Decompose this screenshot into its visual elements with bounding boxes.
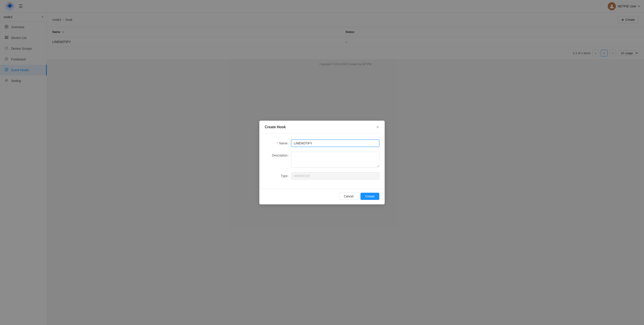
modal-title: Create Hook [265,125,286,129]
modal-create-button[interactable]: Create [360,193,379,200]
form-row-name: * Name : [265,140,379,147]
type-label: Type : [265,172,289,178]
description-label: Description : [265,152,289,157]
description-input[interactable] [291,152,379,168]
create-hook-modal: Create Hook ✕ * Name : Description : [259,121,385,204]
modal-body: * Name : Description : Type : WEBHOOK [259,134,385,189]
cancel-button[interactable]: Cancel [339,193,358,200]
form-row-description: Description : [265,152,379,168]
modal-header: Create Hook ✕ [259,121,385,134]
modal-overlay[interactable]: Create Hook ✕ * Name : Description : [0,0,644,325]
modal-close-button[interactable]: ✕ [376,125,379,130]
type-input: WEBHOOK [291,172,379,180]
form-row-type: Type : WEBHOOK [265,172,379,180]
required-star: * [277,142,278,145]
name-input[interactable] [291,140,379,147]
modal-footer: Cancel Create [259,189,385,204]
name-label: * Name : [265,140,289,145]
